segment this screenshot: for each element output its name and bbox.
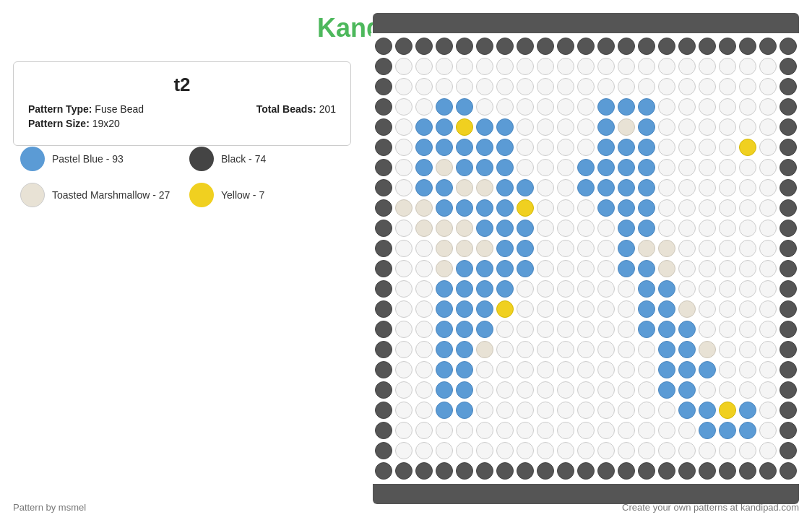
bead-cell	[576, 56, 596, 77]
bead-cell	[616, 420, 636, 441]
bead-cell	[535, 178, 556, 198]
bead	[759, 78, 777, 95]
bead	[496, 462, 514, 480]
bead	[537, 38, 554, 55]
bead-cell	[677, 420, 697, 441]
bead	[577, 78, 595, 95]
bead	[395, 58, 413, 75]
bead	[759, 118, 777, 136]
bead-cell	[717, 157, 738, 178]
bead-cell	[454, 117, 475, 137]
bead	[739, 361, 756, 378]
bead	[638, 341, 655, 358]
bead	[436, 300, 453, 318]
bead	[537, 220, 554, 237]
bead-cell	[576, 77, 596, 97]
bead-cell	[535, 360, 556, 380]
bead	[557, 199, 574, 217]
bead-cell	[778, 157, 798, 178]
bead-cell	[596, 218, 616, 238]
bead	[456, 381, 473, 399]
bead-cell	[738, 259, 758, 279]
bead-cell	[373, 360, 394, 380]
bead-cell	[738, 117, 758, 137]
bead-cell	[657, 56, 677, 77]
bead-cell	[434, 441, 454, 461]
bead-cell	[515, 380, 535, 400]
bead-cell	[596, 198, 616, 218]
bead	[618, 381, 635, 399]
bead	[577, 361, 595, 378]
bead-cell	[677, 461, 697, 481]
bead	[779, 361, 797, 378]
bead-cell	[657, 279, 677, 299]
bead-cell	[373, 238, 394, 259]
bead-cell	[738, 420, 758, 441]
bead-cell	[636, 117, 657, 137]
bead-cell	[576, 178, 596, 198]
bead-cell	[373, 400, 394, 420]
bead	[415, 220, 433, 237]
bead	[779, 98, 797, 116]
bead-cell	[717, 97, 738, 117]
bead-cell	[697, 380, 717, 400]
bead	[779, 280, 797, 298]
bead-cell	[636, 339, 657, 360]
bead-cell	[758, 360, 778, 380]
bead-cell	[677, 137, 697, 157]
bead	[517, 38, 534, 55]
bead-cell	[495, 117, 515, 137]
bead	[779, 199, 797, 217]
bead-cell	[556, 238, 576, 259]
bead	[618, 38, 635, 55]
bead-cell	[495, 400, 515, 420]
bead	[476, 422, 493, 439]
bead	[517, 422, 534, 439]
bead-cell	[778, 259, 798, 279]
bead-cell	[636, 319, 657, 339]
footer-left: Pattern by msmel	[13, 502, 86, 513]
bead	[476, 280, 493, 298]
bead-cell	[373, 299, 394, 319]
bead-cell	[576, 117, 596, 137]
bead-cell	[535, 238, 556, 259]
bead	[436, 240, 453, 257]
bead-cell	[778, 218, 798, 238]
bead	[517, 341, 534, 358]
bead	[577, 300, 595, 318]
bead	[395, 462, 413, 480]
bead	[739, 300, 756, 318]
bead-cell	[697, 56, 717, 77]
bead	[577, 220, 595, 237]
bead-cell	[556, 178, 576, 198]
bead-cell	[515, 198, 535, 218]
bead	[517, 381, 534, 399]
bead-row	[373, 137, 798, 157]
bead	[759, 381, 777, 399]
bead	[638, 402, 655, 419]
bead-cell	[657, 36, 677, 56]
bead	[436, 38, 453, 55]
bead	[658, 98, 675, 116]
bead-cell	[454, 360, 475, 380]
bead-cell	[596, 380, 616, 400]
bead-cell	[717, 238, 738, 259]
bead	[456, 179, 473, 196]
bead-cell	[677, 198, 697, 218]
bead	[779, 442, 797, 459]
bead	[638, 361, 655, 378]
bead-cell	[434, 420, 454, 441]
bead	[537, 199, 554, 217]
bead	[699, 220, 716, 237]
bead	[759, 240, 777, 257]
bead-row	[373, 441, 798, 461]
bead-cell	[454, 198, 475, 218]
bead	[678, 240, 696, 257]
bead	[415, 38, 433, 55]
bead	[699, 381, 716, 399]
bead-cell	[738, 137, 758, 157]
bead	[476, 98, 493, 116]
bead	[699, 321, 716, 338]
bead-cell	[373, 178, 394, 198]
bead-cell	[758, 77, 778, 97]
